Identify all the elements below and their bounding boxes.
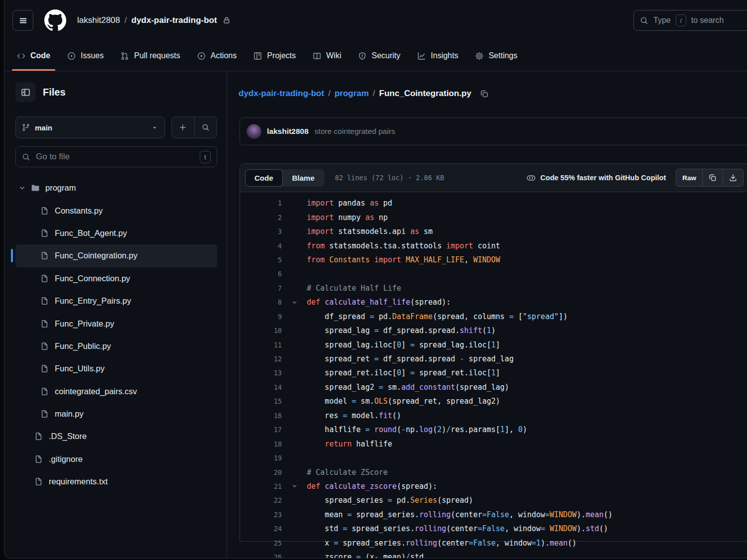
- tree-file-func-private-py[interactable]: Func_Private.py: [15, 312, 217, 335]
- tree-actions-group: [171, 116, 217, 138]
- copy-path-button[interactable]: [480, 90, 489, 98]
- line-number[interactable]: 9: [240, 313, 282, 321]
- tree-file-func-entry-pairs-py[interactable]: Func_Entry_Pairs.py: [15, 290, 217, 312]
- add-file-button[interactable]: [172, 117, 194, 138]
- line-number[interactable]: 3: [240, 227, 282, 235]
- fold-toggle[interactable]: [282, 299, 307, 306]
- tab-label: Issues: [81, 51, 104, 60]
- search-placeholder-suffix: to search: [691, 16, 724, 25]
- global-search-input[interactable]: Type / to search: [633, 10, 747, 31]
- file-icon: [40, 207, 49, 215]
- tree-item-label: Func_Connection.py: [55, 274, 130, 283]
- search-tree-button[interactable]: [194, 117, 217, 138]
- tree-file-main-py[interactable]: main.py: [15, 403, 217, 425]
- tab-wiki[interactable]: Wiki: [308, 41, 346, 71]
- breadcrumb-folder-link[interactable]: program: [335, 89, 369, 99]
- code-text: spread_series = pd.Series(spread): [307, 496, 747, 505]
- tree-file-func-connection-py[interactable]: Func_Connection.py: [15, 267, 217, 290]
- line-number[interactable]: 21: [240, 482, 282, 490]
- tree-folder-program[interactable]: program: [15, 177, 217, 199]
- commit-message[interactable]: store cointegrated pairs: [315, 127, 395, 136]
- tab-code[interactable]: Code: [12, 41, 55, 71]
- copilot-banner[interactable]: Code 55% faster with GitHub Copilot: [526, 173, 666, 183]
- code-text: return halflife: [307, 440, 747, 448]
- breadcrumb-repo[interactable]: dydx-pair-trading-bot: [131, 15, 217, 25]
- go-to-file-input[interactable]: Go to file t: [15, 146, 217, 167]
- code-line: 13 spread_ret.iloc[0] = spread_ret.iloc[…: [240, 366, 747, 380]
- line-number[interactable]: 13: [240, 369, 282, 377]
- tab-actions[interactable]: Actions: [192, 41, 242, 71]
- line-number[interactable]: 2: [240, 214, 282, 222]
- line-number[interactable]: 6: [240, 270, 282, 278]
- tab-code-view[interactable]: Code: [245, 169, 283, 187]
- branch-selector[interactable]: main: [15, 116, 165, 138]
- raw-button[interactable]: Raw: [676, 169, 702, 186]
- tree-file-func-utils-py[interactable]: Func_Utils.py: [15, 357, 217, 380]
- tab-projects[interactable]: Projects: [249, 41, 301, 71]
- search-icon: [22, 153, 30, 161]
- line-number[interactable]: 16: [240, 412, 282, 420]
- line-number[interactable]: 25: [240, 539, 282, 547]
- copy-file-button[interactable]: [702, 169, 723, 186]
- code-text: df_spread = pd.DataFrame(spread, columns…: [307, 312, 747, 321]
- code-line: 25 x = spread_series.rolling(center=Fals…: [240, 536, 747, 550]
- tree-file-ds-store[interactable]: .DS_Store: [15, 425, 217, 448]
- tree-file-gitignore[interactable]: .gitignore: [15, 448, 217, 470]
- line-number[interactable]: 7: [240, 284, 282, 292]
- line-number[interactable]: 19: [240, 454, 282, 462]
- line-number[interactable]: 23: [240, 511, 282, 519]
- chevron-down-icon: [151, 124, 158, 131]
- tab-issues[interactable]: Issues: [62, 41, 109, 71]
- tree-file-constants-py[interactable]: Constants.py: [15, 199, 217, 222]
- line-number[interactable]: 20: [240, 468, 282, 476]
- shield-icon: [358, 52, 367, 60]
- tree-item-label: Constants.py: [55, 206, 103, 216]
- line-number[interactable]: 24: [240, 525, 282, 533]
- code-line: 8def calculate_half_life(spread):: [240, 295, 747, 309]
- line-number[interactable]: 22: [240, 496, 282, 504]
- latest-commit-bar[interactable]: lakshit2808 store cointegrated pairs: [240, 117, 747, 145]
- tree-file-func-public-py[interactable]: Func_Public.py: [15, 335, 217, 357]
- tab-security[interactable]: Security: [353, 41, 405, 71]
- files-sidebar: Files main Go to file t programConstants…: [4, 71, 227, 558]
- line-number[interactable]: 11: [240, 341, 282, 349]
- code-line: 15 model = sm.OLS(spread_ret, spread_lag…: [240, 394, 747, 408]
- tree-file-cointegrated-pairs-csv[interactable]: cointegrated_pairs.csv: [15, 380, 217, 403]
- tab-blame-view[interactable]: Blame: [283, 169, 324, 187]
- collapse-sidebar-button[interactable]: [15, 82, 35, 102]
- tab-pull-requests[interactable]: Pull requests: [116, 41, 185, 71]
- tree-item-label: Func_Entry_Pairs.py: [55, 296, 131, 306]
- tab-label: Code: [30, 51, 50, 60]
- branch-name: main: [35, 123, 52, 132]
- line-number[interactable]: 4: [240, 242, 282, 250]
- github-logo[interactable]: [44, 9, 66, 31]
- code-text: def calculate_zscore(spread):: [307, 482, 747, 491]
- tree-file-func-cointegration-py[interactable]: Func_Cointegration.py: [15, 244, 217, 267]
- tree-file-requirements-txt[interactable]: requirements.txt: [15, 470, 217, 493]
- line-number[interactable]: 5: [240, 256, 282, 264]
- fold-toggle[interactable]: [282, 483, 307, 489]
- download-button[interactable]: [723, 169, 743, 186]
- line-number[interactable]: 18: [240, 440, 282, 448]
- line-number[interactable]: 26: [240, 553, 282, 559]
- line-number[interactable]: 12: [240, 355, 282, 363]
- code-line: 3import statsmodels.api as sm: [240, 224, 747, 238]
- commit-author[interactable]: lakshit2808: [267, 127, 309, 136]
- code-text: from statsmodels.tsa.stattools import co…: [307, 241, 747, 250]
- code-text: import pandas as pd: [307, 199, 747, 208]
- tab-settings[interactable]: Settings: [470, 41, 522, 71]
- line-number[interactable]: 17: [240, 426, 282, 434]
- line-number[interactable]: 15: [240, 397, 282, 405]
- line-number[interactable]: 14: [240, 383, 282, 391]
- code-editor: 1import pandas as pd2import numpy as np3…: [240, 192, 747, 559]
- code-text: def calculate_half_life(spread):: [307, 298, 747, 307]
- line-number[interactable]: 8: [240, 298, 282, 306]
- tab-insights[interactable]: Insights: [412, 41, 463, 71]
- line-number[interactable]: 1: [240, 199, 282, 207]
- tree-file-func-bot-agent-py[interactable]: Func_Bot_Agent.py: [15, 222, 217, 244]
- breadcrumb-repo-link[interactable]: dydx-pair-trading-bot: [239, 89, 324, 99]
- breadcrumb-owner[interactable]: lakshit2808: [77, 15, 120, 25]
- line-number[interactable]: 10: [240, 327, 282, 335]
- hamburger-menu-button[interactable]: [12, 10, 33, 31]
- avatar[interactable]: [247, 124, 261, 138]
